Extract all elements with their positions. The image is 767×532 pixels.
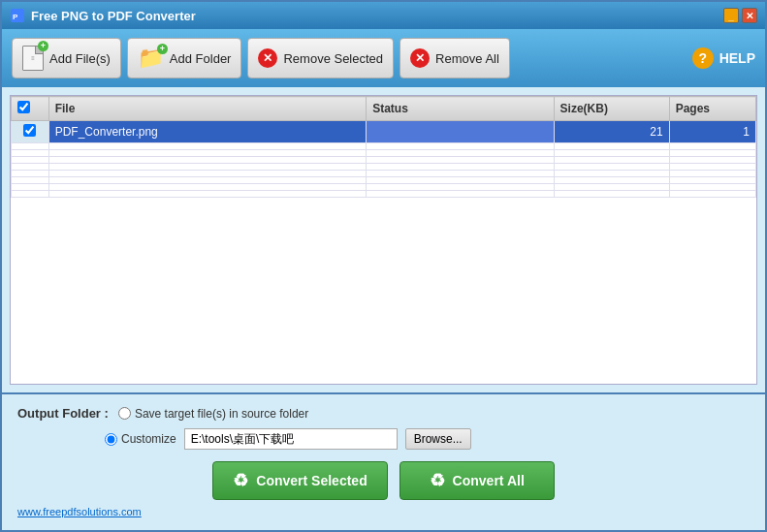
table-row-empty — [12, 184, 756, 191]
main-window: P Free PNG to PDF Converter _ ✕ ≡ + Add … — [0, 0, 767, 532]
convert-buttons-row: ♻ Convert Selected ♻ Convert All — [17, 461, 750, 500]
help-icon: ? — [692, 47, 714, 69]
customize-row: Customize Browse... — [105, 428, 750, 450]
toolbar: ≡ + Add File(s) 📁 + Add Folder ✕ Remove … — [2, 29, 765, 87]
header-checkbox — [12, 97, 49, 121]
title-bar-left: P Free PNG to PDF Converter — [10, 8, 196, 23]
remove-selected-icon: ✕ — [258, 48, 277, 68]
source-folder-radio[interactable] — [118, 407, 131, 420]
select-all-checkbox[interactable] — [17, 101, 30, 113]
output-folder-label: Output Folder : — [17, 406, 109, 421]
table-row-empty — [12, 164, 756, 171]
app-icon: P — [10, 8, 25, 23]
window-title: Free PNG to PDF Converter — [31, 9, 196, 23]
convert-selected-button[interactable]: ♻ Convert Selected — [212, 461, 387, 500]
add-files-icon-wrapper: ≡ + — [22, 46, 44, 71]
source-folder-label: Save target file(s) in source folder — [135, 407, 308, 421]
plus-badge-add-files: + — [38, 41, 48, 51]
title-bar: P Free PNG to PDF Converter _ ✕ — [2, 2, 765, 29]
website-link[interactable]: www.freepdfsolutions.com — [17, 506, 142, 517]
remove-selected-label: Remove Selected — [283, 51, 383, 66]
convert-all-button[interactable]: ♻ Convert All — [399, 461, 555, 500]
table-row-empty — [12, 191, 756, 198]
svg-text:P: P — [13, 13, 18, 21]
customize-radio-label[interactable]: Customize — [105, 432, 176, 446]
table-row-empty — [12, 157, 756, 164]
help-label: HELP — [719, 50, 755, 66]
add-folder-button[interactable]: 📁 + Add Folder — [127, 38, 242, 78]
customize-label: Customize — [121, 432, 176, 446]
title-bar-controls: _ ✕ — [723, 8, 757, 23]
row-size: 21 — [554, 121, 669, 143]
output-folder-row: Output Folder : Save target file(s) in s… — [17, 406, 750, 421]
table-row-empty — [12, 171, 756, 177]
footer: www.freepdfsolutions.com — [17, 504, 750, 518]
header-pages: Pages — [669, 97, 755, 121]
row-checkbox[interactable] — [23, 124, 36, 137]
header-size: Size(KB) — [554, 97, 669, 121]
recycle-icon-selected: ♻ — [233, 470, 248, 491]
header-status: Status — [367, 97, 554, 121]
add-files-button[interactable]: ≡ + Add File(s) — [12, 38, 121, 78]
add-files-label: Add File(s) — [49, 51, 111, 66]
row-checkbox-cell — [12, 121, 49, 143]
add-folder-icon-wrapper: 📁 + — [138, 46, 164, 71]
row-status — [367, 121, 554, 143]
help-button[interactable]: ? HELP — [692, 47, 755, 69]
file-table-wrapper[interactable]: File Status Size(KB) Pages PDF_Converter… — [10, 95, 757, 385]
convert-selected-label: Convert Selected — [256, 473, 367, 488]
minimize-button[interactable]: _ — [723, 8, 739, 23]
bottom-panel: Output Folder : Save target file(s) in s… — [2, 392, 765, 530]
row-pages: 1 — [669, 121, 755, 143]
header-file: File — [48, 97, 366, 121]
file-table: File Status Size(KB) Pages PDF_Converter… — [11, 96, 756, 198]
output-path-input[interactable] — [184, 428, 398, 450]
table-row-empty — [12, 150, 756, 157]
table-row-empty — [12, 177, 756, 184]
customize-radio[interactable] — [105, 433, 117, 446]
row-file: PDF_Converter.png — [48, 121, 366, 143]
browse-button[interactable]: Browse... — [405, 428, 471, 450]
content-area: File Status Size(KB) Pages PDF_Converter… — [2, 87, 765, 392]
source-folder-radio-label[interactable]: Save target file(s) in source folder — [118, 407, 308, 421]
add-folder-label: Add Folder — [170, 51, 232, 66]
recycle-icon-all: ♻ — [430, 470, 445, 491]
table-row-empty — [12, 143, 756, 150]
remove-all-label: Remove All — [435, 51, 499, 66]
remove-all-button[interactable]: ✕ Remove All — [399, 38, 510, 78]
remove-selected-button[interactable]: ✕ Remove Selected — [247, 38, 394, 78]
table-row[interactable]: PDF_Converter.png 21 1 — [12, 121, 756, 143]
close-button[interactable]: ✕ — [742, 8, 757, 23]
remove-all-icon: ✕ — [410, 48, 430, 68]
plus-badge-add-folder: + — [157, 44, 168, 54]
convert-all-label: Convert All — [453, 473, 525, 488]
